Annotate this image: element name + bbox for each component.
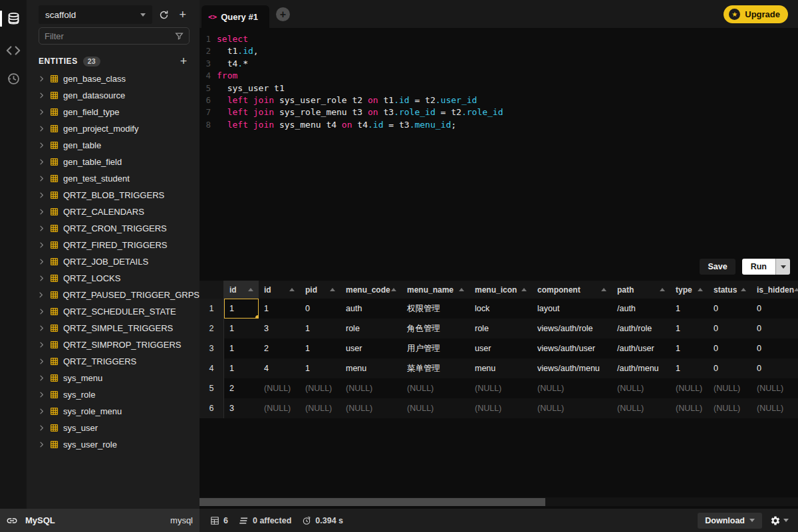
table-cell[interactable]: (NULL) bbox=[612, 378, 670, 398]
tab-query-1[interactable]: <> Query #1 bbox=[201, 5, 269, 28]
table-cell[interactable]: 0 bbox=[708, 319, 751, 338]
sql-editor[interactable]: 1 select 2 t1.id, 3 t4.* 4 from 5 sys_us… bbox=[200, 28, 798, 258]
sidebar-entity-item[interactable]: gen_project_modify bbox=[27, 120, 200, 137]
sort-arrow-icon[interactable] bbox=[391, 288, 396, 291]
row-number[interactable]: 6 bbox=[200, 398, 224, 418]
table-cell[interactable]: auth bbox=[340, 299, 402, 319]
sidebar-entity-item[interactable]: sys_menu bbox=[27, 370, 200, 386]
sidebar-entity-item[interactable]: gen_base_class bbox=[27, 70, 200, 87]
add-connection-button[interactable]: + bbox=[175, 7, 190, 23]
table-cell[interactable]: 1 bbox=[300, 338, 340, 358]
sort-arrow-icon[interactable] bbox=[601, 288, 606, 291]
table-cell[interactable]: (NULL) bbox=[300, 398, 340, 418]
sidebar-entity-item[interactable]: sys_role_menu bbox=[27, 403, 200, 420]
table-cell[interactable]: views/auth/menu bbox=[532, 358, 612, 378]
sidebar-entity-item[interactable]: QRTZ_SIMPLE_TRIGGERS bbox=[27, 320, 200, 336]
table-cell[interactable]: (NULL) bbox=[259, 398, 300, 418]
table-cell[interactable]: 1 bbox=[670, 319, 708, 338]
sort-arrow-icon[interactable] bbox=[248, 288, 253, 291]
column-header-pid[interactable]: pid bbox=[300, 281, 340, 299]
table-cell[interactable]: user bbox=[340, 338, 402, 358]
table-cell[interactable]: 0 bbox=[708, 358, 751, 378]
table-cell[interactable]: (NULL) bbox=[708, 398, 751, 418]
sort-arrow-icon[interactable] bbox=[660, 288, 665, 291]
sidebar-entity-item[interactable]: gen_datasource bbox=[27, 87, 200, 104]
table-cell[interactable]: menu bbox=[340, 358, 402, 378]
table-cell[interactable]: role bbox=[469, 319, 532, 338]
column-header-menu_code[interactable]: menu_code bbox=[340, 281, 402, 299]
table-cell[interactable]: 2 bbox=[259, 338, 300, 358]
table-cell[interactable]: 3 bbox=[224, 398, 259, 418]
table-cell[interactable]: (NULL) bbox=[402, 378, 469, 398]
table-cell[interactable]: 0 bbox=[751, 338, 798, 358]
table-cell[interactable]: (NULL) bbox=[612, 398, 670, 418]
table-cell[interactable]: 1 bbox=[224, 299, 259, 319]
row-number[interactable]: 5 bbox=[200, 378, 224, 398]
row-number[interactable]: 4 bbox=[200, 358, 224, 378]
column-header-type[interactable]: type bbox=[670, 281, 708, 299]
table-cell[interactable]: 用户管理 bbox=[402, 338, 469, 358]
table-cell[interactable]: 3 bbox=[259, 319, 300, 338]
table-cell[interactable]: 1 bbox=[670, 299, 708, 319]
sidebar-entity-item[interactable]: QRTZ_FIRED_TRIGGERS bbox=[27, 237, 200, 253]
table-cell[interactable]: user bbox=[469, 338, 532, 358]
table-cell[interactable]: menu bbox=[469, 358, 532, 378]
table-cell[interactable]: /auth/role bbox=[612, 319, 670, 338]
sidebar-entity-item[interactable]: sys_role bbox=[27, 386, 200, 403]
row-number[interactable]: 1 bbox=[200, 299, 224, 319]
new-tab-button[interactable]: + bbox=[276, 7, 290, 21]
table-cell[interactable]: 2 bbox=[224, 378, 259, 398]
table-cell[interactable]: 角色管理 bbox=[402, 319, 469, 338]
table-cell[interactable]: (NULL) bbox=[469, 378, 532, 398]
row-number[interactable]: 3 bbox=[200, 338, 224, 358]
sidebar-entity-item[interactable]: gen_field_type bbox=[27, 104, 200, 120]
table-cell[interactable]: 0 bbox=[751, 299, 798, 319]
sidebar-entity-item[interactable]: gen_table bbox=[27, 137, 200, 154]
sidebar-entity-item[interactable]: sys_user bbox=[27, 420, 200, 436]
column-header-component[interactable]: component bbox=[532, 281, 612, 299]
table-cell[interactable]: /auth/menu bbox=[612, 358, 670, 378]
table-cell[interactable]: 0 bbox=[708, 338, 751, 358]
download-button[interactable]: Download bbox=[698, 513, 762, 529]
table-cell[interactable]: 1 bbox=[670, 358, 708, 378]
table-cell[interactable]: 1 bbox=[300, 358, 340, 378]
table-cell[interactable]: (NULL) bbox=[469, 398, 532, 418]
table-cell[interactable]: /auth/user bbox=[612, 338, 670, 358]
column-header-status[interactable]: status bbox=[708, 281, 751, 299]
sidebar-entity-item[interactable]: QRTZ_LOCKS bbox=[27, 270, 200, 287]
sidebar-entity-item[interactable]: sys_user_role bbox=[27, 436, 200, 453]
sidebar-entity-item[interactable]: gen_table_field bbox=[27, 154, 200, 170]
table-cell[interactable]: 0 bbox=[708, 299, 751, 319]
history-view-button[interactable] bbox=[0, 65, 27, 92]
run-button[interactable]: Run bbox=[742, 259, 776, 275]
refresh-button[interactable] bbox=[156, 7, 172, 23]
table-cell[interactable]: (NULL) bbox=[300, 378, 340, 398]
column-header-path[interactable]: path bbox=[612, 281, 670, 299]
table-cell[interactable]: (NULL) bbox=[532, 398, 612, 418]
sort-arrow-icon[interactable] bbox=[330, 288, 335, 291]
table-cell[interactable]: 0 bbox=[751, 319, 798, 338]
table-cell[interactable]: 菜单管理 bbox=[402, 358, 469, 378]
table-cell[interactable]: role bbox=[340, 319, 402, 338]
sidebar-entity-item[interactable]: QRTZ_CALENDARS bbox=[27, 203, 200, 220]
row-number[interactable]: 2 bbox=[200, 319, 224, 338]
table-cell[interactable]: (NULL) bbox=[402, 398, 469, 418]
sort-arrow-icon[interactable] bbox=[741, 288, 746, 291]
sidebar-entity-item[interactable]: QRTZ_TRIGGERS bbox=[27, 353, 200, 370]
sort-arrow-icon[interactable] bbox=[521, 288, 527, 291]
table-cell[interactable]: /auth bbox=[612, 299, 670, 319]
upgrade-button[interactable]: ★ Upgrade bbox=[724, 5, 788, 23]
sidebar-entity-item[interactable]: gen_test_student bbox=[27, 170, 200, 187]
column-header-is_hidden[interactable]: is_hidden bbox=[751, 281, 798, 299]
run-options-button[interactable] bbox=[776, 259, 790, 275]
db-type-label[interactable]: MySQL bbox=[25, 515, 55, 525]
table-cell[interactable]: (NULL) bbox=[340, 378, 402, 398]
sidebar-entity-item[interactable]: QRTZ_SIMPROP_TRIGGERS bbox=[27, 336, 200, 353]
table-cell[interactable]: layout bbox=[532, 299, 612, 319]
table-cell[interactable]: 1 bbox=[224, 319, 259, 338]
column-header-menu_name[interactable]: menu_name bbox=[402, 281, 469, 299]
table-cell[interactable]: (NULL) bbox=[708, 378, 751, 398]
sort-arrow-icon[interactable] bbox=[289, 288, 295, 291]
column-header-id[interactable]: id bbox=[259, 281, 300, 299]
table-cell[interactable]: 1 bbox=[300, 319, 340, 338]
